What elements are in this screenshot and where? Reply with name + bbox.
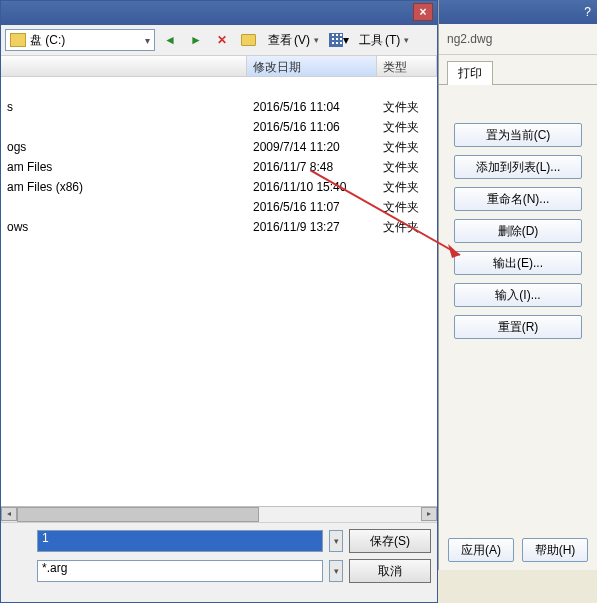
folder-icon	[241, 34, 256, 46]
chevron-down-icon: ▾	[145, 35, 150, 46]
reset-button[interactable]: 重置(R)	[454, 315, 582, 339]
delete-x-icon: ✕	[217, 33, 227, 47]
add-to-list-button[interactable]: 添加到列表(L)...	[454, 155, 582, 179]
col-date[interactable]: 修改日期	[247, 56, 377, 76]
grid-icon	[329, 33, 343, 47]
delete-button[interactable]: ✕	[211, 29, 233, 51]
apply-button[interactable]: 应用(A)	[448, 538, 514, 562]
path-dropdown[interactable]: 盘 (C:) ▾	[5, 29, 155, 51]
row-date: 2016/11/7 8:48	[247, 160, 377, 174]
list-item[interactable]	[1, 77, 437, 97]
row-date: 2009/7/14 11:20	[247, 140, 377, 154]
delete-button[interactable]: 删除(D)	[454, 219, 582, 243]
list-item[interactable]: ows2016/11/9 13:27文件夹	[1, 217, 437, 237]
list-item[interactable]: 2016/5/16 11:07文件夹	[1, 197, 437, 217]
tab-print[interactable]: 打印	[447, 61, 493, 85]
list-item[interactable]: am Files2016/11/7 8:48文件夹	[1, 157, 437, 177]
file-list[interactable]: s2016/5/16 11:04文件夹2016/5/16 11:06文件夹ogs…	[1, 77, 437, 517]
row-type: 文件夹	[377, 99, 437, 116]
scroll-thumb[interactable]	[17, 507, 259, 522]
set-current-button[interactable]: 置为当前(C)	[454, 123, 582, 147]
path-label: 盘 (C:)	[30, 32, 65, 49]
horizontal-scrollbar[interactable]: ◂ ▸	[1, 506, 437, 522]
row-name: am Files	[1, 160, 247, 174]
scroll-left-icon[interactable]: ◂	[1, 507, 17, 521]
view-mode-button[interactable]: ▾	[328, 29, 350, 51]
export-button[interactable]: 输出(E)...	[454, 251, 582, 275]
row-type: 文件夹	[377, 119, 437, 136]
view-label: 查看	[268, 32, 292, 49]
filename-field[interactable]: 1	[37, 530, 323, 552]
scroll-right-icon[interactable]: ▸	[421, 507, 437, 521]
row-date: 2016/11/10 15:40	[247, 180, 377, 194]
row-name: am Files (x86)	[1, 180, 247, 194]
row-name: ogs	[1, 140, 247, 154]
view-menu[interactable]: 查看(V)▾	[263, 29, 324, 51]
close-icon[interactable]: ×	[413, 3, 433, 21]
tools-label: 工具	[359, 32, 383, 49]
row-type: 文件夹	[377, 199, 437, 216]
dialog-toolbar: 盘 (C:) ▾ ◄ ► ✕ 查看(V)▾ ▾ 工具(T)▾	[1, 25, 437, 55]
filename-dropdown[interactable]: ▾	[329, 530, 343, 552]
drawing-filename: ng2.dwg	[439, 24, 597, 55]
row-name: s	[1, 100, 247, 114]
filetype-value: *.arg	[42, 561, 67, 575]
panel-titlebar[interactable]: ?	[439, 0, 597, 24]
file-list-header: 修改日期 类型	[1, 55, 437, 77]
dialog-bottom: 1 ▾ 保存(S) *.arg ▾ 取消	[1, 522, 437, 602]
row-type: 文件夹	[377, 179, 437, 196]
help-button[interactable]: 帮助(H)	[522, 538, 588, 562]
dialog-titlebar[interactable]: ×	[1, 1, 437, 25]
col-name[interactable]	[1, 56, 247, 76]
drive-icon	[10, 33, 26, 47]
list-item[interactable]: s2016/5/16 11:04文件夹	[1, 97, 437, 117]
scroll-track[interactable]	[17, 507, 421, 522]
cancel-button[interactable]: 取消	[349, 559, 431, 583]
arrow-left-icon: ◄	[164, 33, 176, 47]
filetype-dropdown[interactable]: ▾	[329, 560, 343, 582]
tools-menu[interactable]: 工具(T)▾	[354, 29, 414, 51]
list-item[interactable]: am Files (x86)2016/11/10 15:40文件夹	[1, 177, 437, 197]
filename-value: 1	[42, 531, 49, 545]
view-hotkey: (V)	[294, 33, 310, 47]
chevron-down-icon: ▾	[404, 35, 409, 45]
help-icon[interactable]: ?	[584, 5, 591, 19]
filetype-field[interactable]: *.arg	[37, 560, 323, 582]
back-button[interactable]: ◄	[159, 29, 181, 51]
rename-button[interactable]: 重命名(N)...	[454, 187, 582, 211]
row-type: 文件夹	[377, 139, 437, 156]
new-folder-button[interactable]	[237, 29, 259, 51]
row-type: 文件夹	[377, 219, 437, 236]
import-button[interactable]: 输入(I)...	[454, 283, 582, 307]
row-type: 文件夹	[377, 159, 437, 176]
file-save-dialog: × 盘 (C:) ▾ ◄ ► ✕ 查看(V)▾ ▾ 工具(T)▾ 修改日期 类型…	[0, 0, 438, 603]
list-item[interactable]: ogs2009/7/14 11:20文件夹	[1, 137, 437, 157]
tools-hotkey: (T)	[385, 33, 400, 47]
chevron-down-icon: ▾	[343, 33, 349, 47]
row-date: 2016/11/9 13:27	[247, 220, 377, 234]
arrow-right-icon: ►	[190, 33, 202, 47]
row-date: 2016/5/16 11:06	[247, 120, 377, 134]
row-date: 2016/5/16 11:04	[247, 100, 377, 114]
profile-panel: ? ng2.dwg 打印 置为当前(C) 添加到列表(L)... 重命名(N).…	[438, 0, 597, 570]
panel-bottom: 应用(A) 帮助(H)	[439, 538, 597, 562]
save-button[interactable]: 保存(S)	[349, 529, 431, 553]
row-name: ows	[1, 220, 247, 234]
panel-body: 置为当前(C) 添加到列表(L)... 重命名(N)... 删除(D) 输出(E…	[439, 84, 597, 339]
chevron-down-icon: ▾	[314, 35, 319, 45]
row-date: 2016/5/16 11:07	[247, 200, 377, 214]
forward-button[interactable]: ►	[185, 29, 207, 51]
col-type[interactable]: 类型	[377, 56, 437, 76]
list-item[interactable]: 2016/5/16 11:06文件夹	[1, 117, 437, 137]
